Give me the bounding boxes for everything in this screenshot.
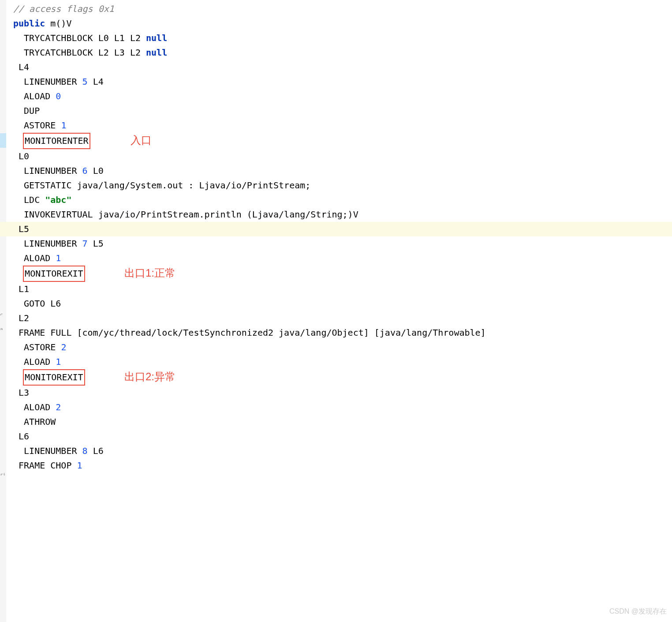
code-line: GOTO L6 <box>6 296 672 311</box>
code-line: ALOAD 0 <box>6 89 672 104</box>
code-line: ASTORE 1 <box>6 118 672 133</box>
gutter-highlight <box>0 133 6 148</box>
code-line: LINENUMBER 6 L0 <box>6 164 672 178</box>
code-line: FRAME FULL [com/yc/thread/lock/TestSynch… <box>6 326 672 340</box>
code-line: ALOAD 1 <box>6 251 672 266</box>
code-line: ALOAD 2 <box>6 400 672 415</box>
code-line: L4 <box>6 60 672 75</box>
code-line-highlighted: L5 <box>0 222 672 236</box>
annotation-exit1: 出口1:正常 <box>124 266 175 280</box>
code-line-monitorexit2: MONITOREXIT出口2:异常 <box>6 369 672 386</box>
code-line: L3 <box>6 386 672 400</box>
code-line: L1 <box>6 282 672 296</box>
code-line-monitorenter: MONITORENTER入口 <box>6 133 672 149</box>
code-line: L0 <box>6 149 672 164</box>
gutter-mark-c: c <box>0 307 6 315</box>
code-line: LINENUMBER 8 L6 <box>6 444 672 458</box>
code-line: TRYCATCHBLOCK L2 L3 L2 null <box>6 45 672 60</box>
code-line: INVOKEVIRTUAL java/io/PrintStream.printl… <box>6 207 672 222</box>
annotation-exit2: 出口2:异常 <box>124 369 175 384</box>
gutter-mark-r: ri <box>0 468 6 476</box>
code-line: L2 <box>6 311 672 326</box>
gutter-mark-a: a <box>0 322 6 330</box>
code-line: ASTORE 2 <box>6 340 672 355</box>
code-line: FRAME CHOP 1 <box>6 458 672 473</box>
code-line: public m()V <box>6 16 672 31</box>
code-line: // access flags 0x1 <box>6 2 672 16</box>
monitorexit-box-2: MONITOREXIT <box>23 369 85 386</box>
code-line: DUP <box>6 104 672 118</box>
code-line: ATHROW <box>6 415 672 429</box>
monitorenter-box: MONITORENTER <box>23 133 90 149</box>
code-line: TRYCATCHBLOCK L0 L1 L2 null <box>6 31 672 45</box>
annotation-entry: 入口 <box>131 133 152 147</box>
code-line: ALOAD 1 <box>6 355 672 369</box>
code-line: GETSTATIC java/lang/System.out : Ljava/i… <box>6 178 672 193</box>
monitorexit-box-1: MONITOREXIT <box>23 266 85 282</box>
code-line: LINENUMBER 7 L5 <box>6 236 672 251</box>
code-line-monitorexit1: MONITOREXIT出口1:正常 <box>6 266 672 282</box>
code-line: LDC "abc" <box>6 193 672 207</box>
code-line: L6 <box>6 429 672 444</box>
code-line: LINENUMBER 5 L4 <box>6 75 672 89</box>
code-editor: // access flags 0x1 public m()V TRYCATCH… <box>0 0 672 473</box>
watermark: CSDN @发现存在 <box>609 604 667 618</box>
